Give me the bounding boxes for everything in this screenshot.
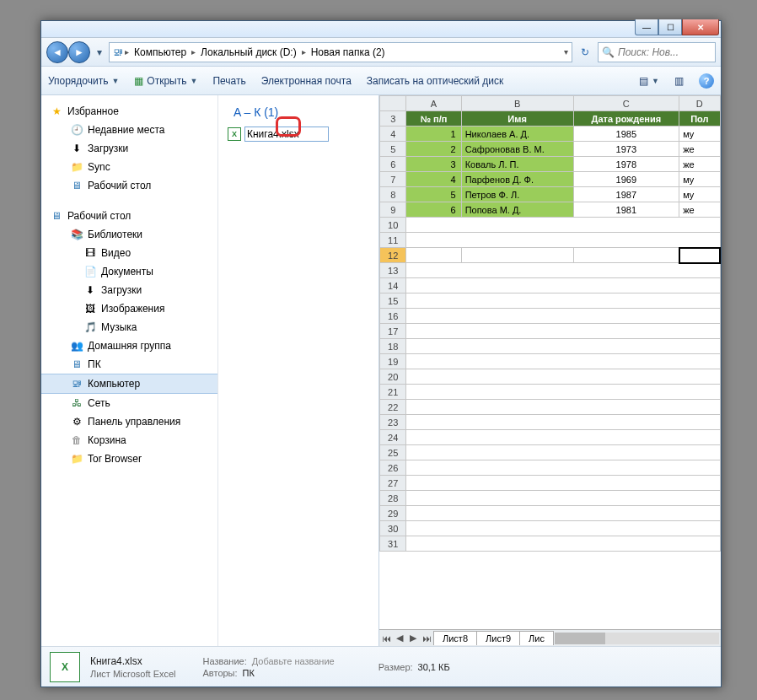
back-button[interactable]: ◄ — [46, 41, 68, 63]
organize-button[interactable]: Упорядочить▼ — [48, 75, 119, 87]
preview-pane: A B C D 3 № п/п Имя Дата рождения Пол 41… — [378, 95, 721, 646]
network-icon: 🖧 — [70, 396, 83, 410]
email-button[interactable]: Электронная почта — [261, 75, 352, 87]
tree-item[interactable]: 🗑Корзина — [41, 431, 217, 450]
preview-pane-button[interactable]: ▥ — [674, 75, 684, 87]
sheet-tab[interactable]: Лист8 — [433, 631, 477, 645]
refresh-button[interactable]: ↻ — [576, 43, 594, 62]
maximize-button[interactable]: ☐ — [658, 19, 682, 35]
sheet-nav-first[interactable]: ⏮ — [379, 633, 393, 643]
breadcrumb[interactable]: Локальный диск (D:) — [197, 46, 300, 58]
navigation-tree[interactable]: ★Избранное 🕘Недавние места ⬇Загрузки 📁Sy… — [41, 95, 218, 646]
desktop-icon: 🖥 — [50, 209, 63, 223]
status-filename: Книга4.xlsx — [90, 655, 176, 667]
titlebar[interactable]: — ☐ ✕ — [41, 21, 721, 38]
folder-icon: 📁 — [70, 452, 83, 466]
tree-item[interactable]: 🖥Рабочий стол — [41, 176, 217, 195]
tree-item[interactable]: 🕘Недавние места — [41, 121, 217, 139]
tree-favorites[interactable]: ★Избранное — [41, 102, 217, 121]
documents-icon: 📄 — [83, 265, 97, 278]
column-header[interactable]: B — [461, 96, 573, 111]
sheet-tab-bar: ⏮ ◀ ▶ ⏭ Лист8 Лист9 Лис — [379, 629, 721, 646]
video-icon: 🎞 — [83, 246, 97, 260]
control-panel-icon: ⚙ — [70, 415, 83, 428]
print-button[interactable]: Печать — [212, 75, 245, 87]
computer-icon: 🖳 — [70, 377, 83, 390]
tree-libraries[interactable]: 📚Библиотеки — [41, 225, 217, 244]
column-header[interactable]: A — [406, 96, 461, 111]
address-bar[interactable]: 🖳 ▸ Компьютер▸ Локальный диск (D:)▸ Нова… — [109, 42, 572, 62]
computer-icon: 🖳 — [113, 46, 123, 58]
breadcrumb[interactable]: Новая папка (2) — [308, 46, 389, 58]
forward-button[interactable]: ► — [68, 41, 90, 63]
search-icon: 🔍 — [602, 46, 615, 58]
minimize-button[interactable]: — — [635, 19, 658, 35]
music-icon: 🎵 — [83, 320, 97, 334]
search-placeholder: Поиск: Нов... — [618, 46, 679, 58]
close-button[interactable]: ✕ — [682, 19, 719, 35]
tree-item[interactable]: ⬇Загрузки — [41, 139, 217, 158]
search-input[interactable]: 🔍 Поиск: Нов... — [598, 42, 716, 62]
folder-icon: 📁 — [70, 160, 83, 174]
tree-desktop[interactable]: 🖥Рабочий стол — [41, 207, 217, 225]
tree-item[interactable]: 🎵Музыка — [41, 318, 217, 337]
sheet-tab[interactable]: Лист9 — [476, 631, 520, 645]
column-header[interactable]: C — [573, 96, 679, 111]
tree-item[interactable]: 👥Домашняя группа — [41, 337, 217, 355]
view-button[interactable]: ▤▼ — [639, 75, 659, 87]
sheet-nav-prev[interactable]: ◀ — [393, 633, 406, 643]
explorer-window: — ☐ ✕ ◄ ► ▾ 🖳 ▸ Компьютер▸ Локальный дис… — [40, 20, 722, 687]
horizontal-scrollbar[interactable] — [555, 633, 719, 644]
tree-item[interactable]: 📁Sync — [41, 158, 217, 176]
status-authors[interactable]: ПК — [243, 668, 255, 678]
status-filetype: Лист Microsoft Excel — [90, 669, 176, 679]
excel-file-icon: X — [228, 127, 241, 141]
downloads-icon: ⬇ — [70, 142, 83, 155]
burn-button[interactable]: Записать на оптический диск — [367, 75, 504, 87]
tree-item[interactable]: 📄Документы — [41, 262, 217, 281]
file-list[interactable]: A – К (1) X — [218, 95, 378, 646]
libraries-icon: 📚 — [70, 228, 83, 241]
pictures-icon: 🖼 — [83, 302, 97, 315]
rename-input[interactable] — [244, 127, 329, 142]
status-title[interactable]: Добавьте название — [252, 656, 335, 666]
excel-file-icon: X — [50, 652, 80, 682]
select-all-cell[interactable] — [380, 96, 406, 111]
tree-item[interactable]: 🎞Видео — [41, 244, 217, 262]
sheet-tab[interactable]: Лис — [519, 631, 554, 645]
tree-item[interactable]: 📁Tor Browser — [41, 450, 217, 468]
nav-row: ◄ ► ▾ 🖳 ▸ Компьютер▸ Локальный диск (D:)… — [41, 38, 721, 67]
row-header[interactable]: 3 — [380, 111, 406, 127]
tree-item[interactable]: ⚙Панель управления — [41, 412, 217, 431]
spreadsheet-grid[interactable]: A B C D 3 № п/п Имя Дата рождения Пол 41… — [379, 95, 721, 552]
tree-item[interactable]: 🖼Изображения — [41, 299, 217, 318]
tree-computer[interactable]: 🖳Компьютер — [41, 374, 217, 394]
nav-history-dropdown[interactable]: ▾ — [94, 46, 105, 58]
sheet-nav-last[interactable]: ⏭ — [420, 633, 433, 643]
downloads-icon: ⬇ — [83, 283, 97, 297]
file-item[interactable]: X — [227, 126, 370, 143]
recent-icon: 🕘 — [70, 123, 83, 137]
tree-item[interactable]: ⬇Загрузки — [41, 281, 217, 299]
homegroup-icon: 👥 — [70, 339, 83, 353]
details-pane: X Книга4.xlsx Лист Microsoft Excel Назва… — [41, 646, 721, 687]
status-size: 30,1 КБ — [418, 662, 450, 672]
open-button[interactable]: ▦Открыть▼ — [134, 75, 197, 87]
pc-icon: 🖥 — [70, 358, 83, 371]
star-icon: ★ — [50, 105, 63, 118]
sheet-nav-next[interactable]: ▶ — [406, 633, 420, 643]
tree-item[interactable]: 🖥ПК — [41, 355, 217, 374]
command-bar: Упорядочить▼ ▦Открыть▼ Печать Электронна… — [41, 67, 721, 95]
recycle-icon: 🗑 — [70, 433, 83, 447]
active-cell[interactable] — [679, 248, 720, 263]
tree-item[interactable]: 🖧Сеть — [41, 394, 217, 412]
column-header[interactable]: D — [679, 96, 720, 111]
desktop-icon: 🖥 — [70, 179, 83, 192]
group-header[interactable]: A – К (1) — [234, 105, 370, 119]
help-button[interactable]: ? — [699, 73, 714, 89]
breadcrumb[interactable]: Компьютер — [131, 46, 190, 58]
